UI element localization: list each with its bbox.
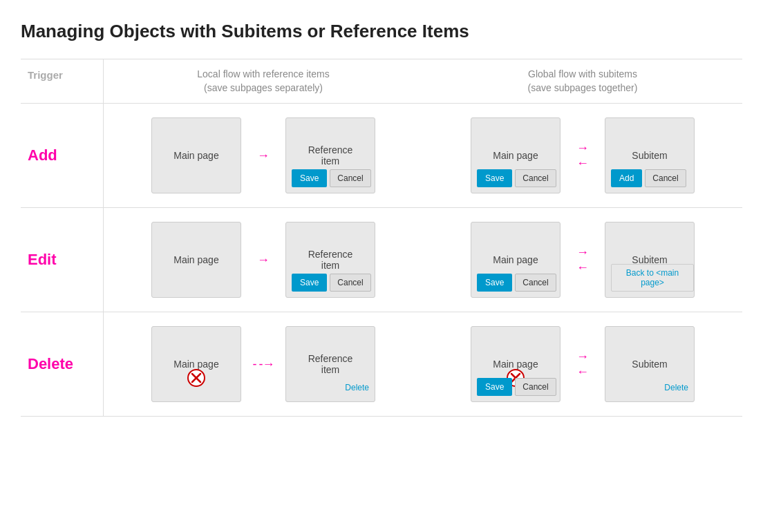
edit-global-main-buttons: Save Cancel <box>477 274 556 292</box>
right-arrow-icon-2 <box>576 142 589 154</box>
add-global-cancel-button[interactable]: Cancel <box>515 169 556 187</box>
add-local-main-box: Main page <box>151 117 241 193</box>
edit-local-main-box: Main page <box>151 222 241 298</box>
edit-global-save-button[interactable]: Save <box>477 274 512 292</box>
add-global-sub-label: Subitem <box>632 150 667 161</box>
edit-local-arrow <box>249 254 277 266</box>
delete-global-delete-link[interactable]: Delete <box>664 379 688 396</box>
add-local-cancel-button[interactable]: Cancel <box>330 169 370 187</box>
delete-local-main-box: Main page <box>151 326 241 402</box>
edit-label: Edit <box>21 208 104 312</box>
local-flow-header: Local flow with reference items (save su… <box>104 59 423 104</box>
edit-local-cancel-button[interactable]: Cancel <box>330 274 370 292</box>
add-global-cell: Main page Save Cancel Subitem Add Cancel <box>423 104 742 208</box>
edit-local-ref-box: Referenceitem Save Cancel <box>285 222 375 298</box>
add-global-save-button[interactable]: Save <box>477 169 512 187</box>
edit-global-back-button[interactable]: Back to <main page> <box>611 264 694 292</box>
delete-local-arrow: - -→ <box>249 357 277 372</box>
add-local-main-label: Main page <box>173 150 218 161</box>
left-arrow-icon-3 <box>576 365 589 378</box>
delete-global-cancel-button[interactable]: Cancel <box>515 378 556 396</box>
right-arrow-icon-3 <box>257 254 270 266</box>
add-local-arrow <box>249 149 277 162</box>
delete-local-icon <box>187 368 206 388</box>
add-global-main-box: Main page Save Cancel <box>471 117 561 193</box>
delete-global-arrows <box>569 350 596 378</box>
add-local-save-button[interactable]: Save <box>292 169 327 187</box>
add-label: Add <box>21 104 104 208</box>
add-global-cancel-button2[interactable]: Cancel <box>645 169 686 187</box>
edit-local-buttons: Save Cancel <box>292 274 371 292</box>
delete-local-delete-link[interactable]: Delete <box>345 379 369 396</box>
delete-global-sub-label: Subitem <box>632 359 667 370</box>
add-global-main-buttons: Save Cancel <box>477 169 556 187</box>
edit-global-cancel-button[interactable]: Cancel <box>515 274 556 292</box>
left-arrow-icon-2 <box>576 261 589 274</box>
edit-global-main-label: Main page <box>493 254 538 265</box>
edit-global-arrows <box>569 246 596 274</box>
edit-local-save-button[interactable]: Save <box>292 274 327 292</box>
left-arrow-icon-1 <box>576 157 589 169</box>
main-grid: Trigger Local flow with reference items … <box>21 59 742 417</box>
delete-global-save-button[interactable]: Save <box>477 378 512 396</box>
delete-local-ref-box: Referenceitem Delete <box>285 326 375 402</box>
add-global-arrows <box>569 142 596 169</box>
delete-global-main-buttons: Save Cancel <box>477 378 556 396</box>
delete-local-cell: Main page - -→ Referenceitem Delete <box>104 312 423 417</box>
delete-global-main-box: Main page Save Cancel <box>471 326 561 402</box>
right-arrow-icon-5 <box>576 350 589 363</box>
delete-local-ref-label: Referenceitem <box>308 353 353 375</box>
delete-label: Delete <box>21 312 104 417</box>
page-title: Managing Objects with Subitems or Refere… <box>21 21 742 42</box>
edit-local-main-label: Main page <box>173 254 218 265</box>
add-local-buttons: Save Cancel <box>292 169 371 187</box>
edit-global-sub-box: Subitem Back to <main page> <box>605 222 695 298</box>
delete-global-sub-box: Subitem Delete <box>605 326 695 402</box>
add-global-sub-box: Subitem Add Cancel <box>605 117 695 193</box>
add-global-add-button[interactable]: Add <box>611 169 642 187</box>
delete-global-cell: Main page Save Cancel Subitem Delete <box>423 312 742 417</box>
right-arrow-icon <box>257 149 270 162</box>
trigger-header: Trigger <box>21 59 104 104</box>
global-flow-header: Global flow with subitems (save subpages… <box>423 59 742 104</box>
delete-global-delete-link-container: Delete <box>664 379 688 396</box>
right-arrow-icon-4 <box>576 246 589 258</box>
edit-global-cell: Main page Save Cancel Subitem Back to <m… <box>423 208 742 312</box>
edit-global-main-box: Main page Save Cancel <box>471 222 561 298</box>
delete-local-delete-link-container: Delete <box>345 379 369 396</box>
edit-local-ref-label: Referenceitem <box>308 249 353 271</box>
add-local-cell: Main page Referenceitem Save Cancel <box>104 104 423 208</box>
add-local-ref-label: Referenceitem <box>308 144 353 167</box>
add-global-sub-buttons: Add Cancel <box>611 169 686 187</box>
edit-local-cell: Main page Referenceitem Save Cancel <box>104 208 423 312</box>
add-global-main-label: Main page <box>493 150 538 161</box>
edit-global-back-buttons: Back to <main page> <box>611 264 694 292</box>
add-local-ref-box: Referenceitem Save Cancel <box>285 117 375 193</box>
dashed-right-arrow-icon: - -→ <box>253 357 274 372</box>
